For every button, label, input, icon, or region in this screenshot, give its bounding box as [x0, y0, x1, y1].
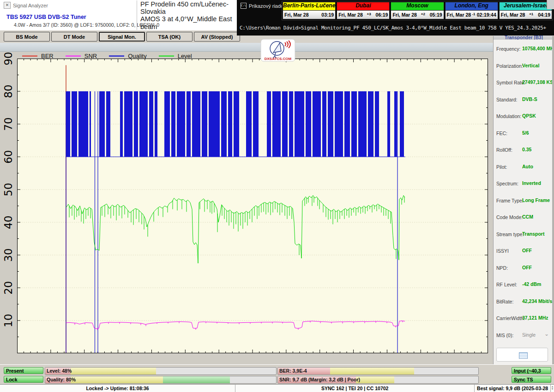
tab-signal-mon[interactable]: Signal Mon.: [99, 32, 145, 42]
clock-datetime: Fri, Mar 28+306:19: [337, 11, 390, 19]
status-uptime: Locked -> Uptime: 81:08:36: [0, 385, 235, 392]
tp-label: NPD:: [496, 265, 508, 271]
panel-scrollbar[interactable]: [552, 36, 554, 364]
clock-date: Fri, Mar 28: [338, 12, 363, 18]
tp-row-stream-type: Stream type:Transport: [494, 228, 551, 242]
y-tick-label: 80: [2, 84, 14, 98]
tp-value: 42,234 Mbit/s: [522, 298, 552, 304]
tp-row-spectrum: Spectrum:Inverted: [494, 177, 551, 191]
tp-value: 0.35: [522, 147, 531, 152]
meter-zone: [163, 376, 230, 383]
tab-av-stopped[interactable]: AV (Stopped): [194, 32, 240, 42]
tp-row-issyi: ISSYIOFF: [494, 244, 551, 258]
transponder-list-button[interactable]: [496, 348, 548, 362]
clock-date: Fri, Mar 28: [284, 12, 309, 18]
tp-value: OFF: [522, 248, 532, 253]
station-line-1: PF Prodelin 450 cm/Lučenec-Slovakia: [140, 0, 239, 15]
tp-label: CarrierWidth:: [496, 315, 525, 321]
station-info: PF Prodelin 450 cm/Lučenec-Slovakia AMOS…: [137, 0, 239, 30]
meter-label: BER: 3,9E-4: [279, 368, 307, 374]
tp-label: Modulation:: [496, 113, 521, 119]
chevron-down-icon: ⌄: [544, 331, 549, 337]
tp-label: Symbol Rate:: [496, 80, 525, 85]
tab-dt-mode[interactable]: DT Mode: [51, 32, 97, 42]
tp-row-mis-0[interactable]: MIS (0):Single⌄: [494, 329, 551, 343]
tp-row-rolloff: RollOff:0.35: [494, 143, 551, 157]
tp-label: Frequency:: [496, 46, 521, 52]
clock-offset: +1: [529, 12, 533, 16]
tp-value: Inverted: [522, 180, 541, 186]
clock-city: Jerusalem-Israel: [499, 2, 552, 11]
transponder-panel: Transponder [B3] Frequency:10758,400 MHz…: [493, 36, 554, 364]
console-prompt[interactable]: C:\Users\Roman Dávid>Signal Monitoring_P…: [240, 25, 553, 31]
signal-plot: [17, 59, 488, 353]
tp-value: 5/6: [522, 130, 529, 136]
list-icon: [519, 352, 528, 359]
tp-label: FEC:: [496, 131, 507, 136]
window-corner: [547, 0, 554, 9]
meter-label: SNR: 9,7 dB (Margin: 3,2 dB | Poor): [279, 376, 360, 383]
chart-header-strip: [0, 43, 493, 52]
tp-label: RollOff:: [496, 147, 512, 153]
clock-datetime: Fri, Mar 28-102:19:44: [445, 11, 498, 19]
y-tick-label: 10: [2, 314, 14, 327]
tab-bs-mode[interactable]: BS Mode: [4, 32, 50, 42]
world-clocks: Berlin-Paris-LučenecFri, Mar 2803:19Duba…: [282, 1, 553, 20]
clock-city: Dubai: [337, 2, 390, 11]
logo-text: DXSATCS.COM: [265, 57, 292, 61]
meter-snr: SNR: 9,7 dB (Margin: 3,2 dB | Poor): [277, 376, 479, 384]
clock-offset: -1: [472, 12, 475, 16]
clock-city: Moscow: [391, 2, 444, 11]
tp-value: Auto: [522, 164, 533, 169]
scroll-down-icon[interactable]: ▼: [551, 388, 554, 390]
tp-label: MIS (0):: [496, 333, 513, 338]
meter-zone: [356, 376, 394, 383]
meter-zone: [330, 368, 414, 374]
window-title-text: Signal Analyzer: [13, 3, 48, 8]
clock-time: 04:19: [538, 12, 550, 18]
clock-datetime: Fri, Mar 28+205:19: [391, 11, 444, 19]
meter-label: Quality: 80%: [47, 376, 76, 383]
tp-row-frame-type: Frame Type:Long Frame: [494, 194, 551, 208]
meter-ber: BER: 3,9E-4: [277, 367, 479, 375]
clock-berlin-paris-lu-enec: Berlin-Paris-LučenecFri, Mar 2803:19: [283, 2, 336, 19]
clock-datetime: Fri, Mar 2803:19: [283, 11, 336, 19]
y-tick-label: 90: [2, 52, 14, 65]
clock-datetime: Fri, Mar 28+104:19: [499, 11, 552, 19]
clock-jerusalem-israel: Jerusalem-IsraelFri, Mar 28+104:19: [499, 2, 552, 19]
status-meters: Present Lock Level: 48% Quality: 80% BER…: [0, 364, 554, 385]
tp-row-pilot: Pilot:Auto: [494, 160, 551, 174]
clock-date: Fri, Mar 28: [392, 12, 417, 18]
status-sync-counters: SYNC 162 | TEI 20 | CC 10702: [235, 385, 474, 392]
tp-value: -42 dBm: [522, 281, 541, 287]
tp-row-npd: NPD:OFF: [494, 261, 551, 275]
tab-bar: BS ModeDT ModeSignal Mon.TSA (OK)AV (Sto…: [4, 32, 240, 42]
tp-value: Long Frame: [522, 197, 550, 203]
y-tick-label: 40: [2, 215, 14, 229]
tp-row-symbol-rate: Symbol Rate:27497,108 KS/s: [494, 76, 551, 90]
tp-row-rf-level: RF Level:-42 dBm: [494, 278, 551, 292]
console-icon: C:\: [241, 3, 247, 9]
tp-label: Standard:: [496, 97, 518, 102]
console-window[interactable]: C:\ Prikazový riadok Berlin-Paris-Lučene…: [237, 0, 554, 36]
clock-city: Berlin-Paris-Lučenec: [283, 2, 336, 11]
tp-label: Spectrum:: [496, 181, 518, 186]
station-line-2: AMOS 3 at 4,0°W_Middle East beam: [140, 15, 239, 30]
input-badge: Input (~40,3 Mbps): [512, 367, 551, 374]
status-bar: Locked -> Uptime: 81:08:36 SYNC 162 | TE…: [0, 384, 554, 392]
app-icon: ✕: [4, 2, 11, 9]
clock-city: London, Eng: [445, 2, 498, 11]
tp-value: DVB-S: [522, 96, 537, 102]
tp-value: QPSK: [522, 113, 536, 119]
tp-row-bitrate: BitRate:42,234 Mbit/s: [494, 295, 551, 309]
status-best-signal: Best signal: 9,9 dB (2025-03-28 02:34): [474, 385, 550, 392]
tab-tsa-ok[interactable]: TSA (OK): [146, 32, 193, 42]
legend-line-snr: [66, 55, 81, 57]
clock-offset: +3: [367, 12, 371, 16]
tp-label: Stream type:: [496, 232, 524, 237]
tp-label: Frame Type:: [496, 198, 524, 203]
clock-time: 03:19: [321, 12, 334, 18]
tp-row-modulation: Modulation:QPSK: [494, 110, 551, 124]
tp-value: 10758,400 MHz: [522, 46, 554, 51]
scroll-arrows[interactable]: ▲ ▼: [550, 385, 554, 392]
